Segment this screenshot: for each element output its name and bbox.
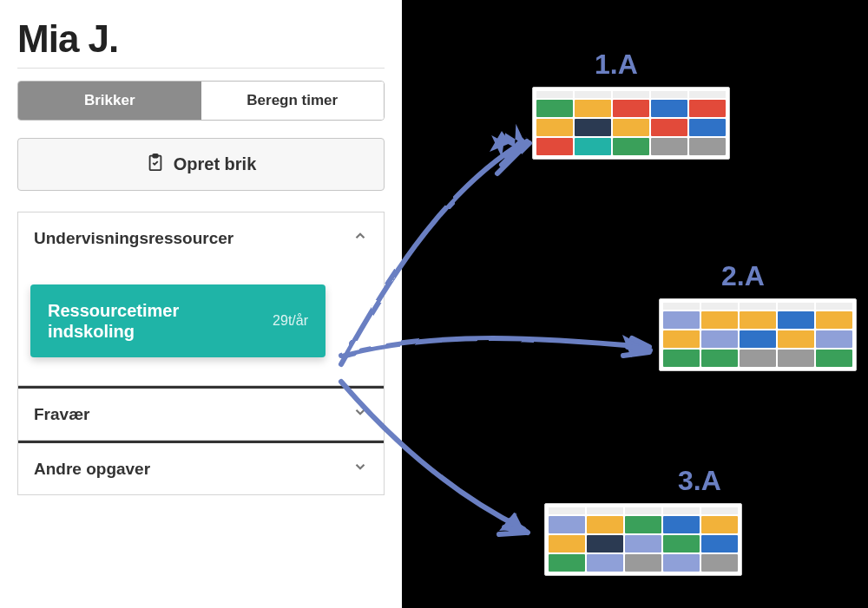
clipboard-icon <box>146 153 165 176</box>
create-brik-button[interactable]: Opret brik <box>17 138 385 191</box>
accordion-header-resources[interactable]: Undervisningsressourcer <box>18 212 384 264</box>
resource-card[interactable]: Ressourcetimer indskoling 29t/år <box>30 284 326 357</box>
accordion-title: Undervisningsressourcer <box>34 229 233 248</box>
accordion-section-fravaer: Fravær <box>18 385 384 440</box>
chevron-down-icon <box>352 459 368 479</box>
resource-card-label: Ressourcetimer indskoling <box>48 300 221 342</box>
right-panel: 1.A 2.A 3.A <box>402 0 868 608</box>
tab-beregn-timer[interactable]: Beregn timer <box>201 82 385 120</box>
schedule-thumbnail-3a <box>544 503 742 576</box>
accordion-header-fravaer[interactable]: Fravær <box>18 386 384 440</box>
chevron-down-icon <box>352 404 368 424</box>
create-brik-label: Opret brik <box>174 154 257 174</box>
svg-rect-1 <box>153 154 158 158</box>
page-title: Mia J. <box>17 17 385 61</box>
chevron-up-icon <box>352 228 368 248</box>
schedule-thumbnail-2a <box>659 298 857 371</box>
tab-brikker[interactable]: Brikker <box>18 82 201 120</box>
schedule-thumbnail-1a <box>532 87 730 160</box>
accordion: Undervisningsressourcer Ressourcetimer i… <box>17 212 385 495</box>
accordion-header-andre[interactable]: Andre opgaver <box>18 441 384 494</box>
class-label-3a: 3.A <box>678 465 721 497</box>
accordion-title: Andre opgaver <box>34 460 150 479</box>
tab-group: Brikker Beregn timer <box>17 81 385 121</box>
class-label-2a: 2.A <box>721 260 765 292</box>
accordion-section-andre: Andre opgaver <box>18 440 384 494</box>
left-panel: Mia J. Brikker Beregn timer Opret brik U… <box>0 0 402 608</box>
accordion-title: Fravær <box>34 405 89 424</box>
class-label-1a: 1.A <box>595 49 638 81</box>
resource-card-amount: 29t/år <box>273 313 308 329</box>
accordion-section-resources: Undervisningsressourcer Ressourcetimer i… <box>18 212 384 385</box>
accordion-body-resources: Ressourcetimer indskoling 29t/år <box>18 264 384 385</box>
divider <box>17 68 385 69</box>
